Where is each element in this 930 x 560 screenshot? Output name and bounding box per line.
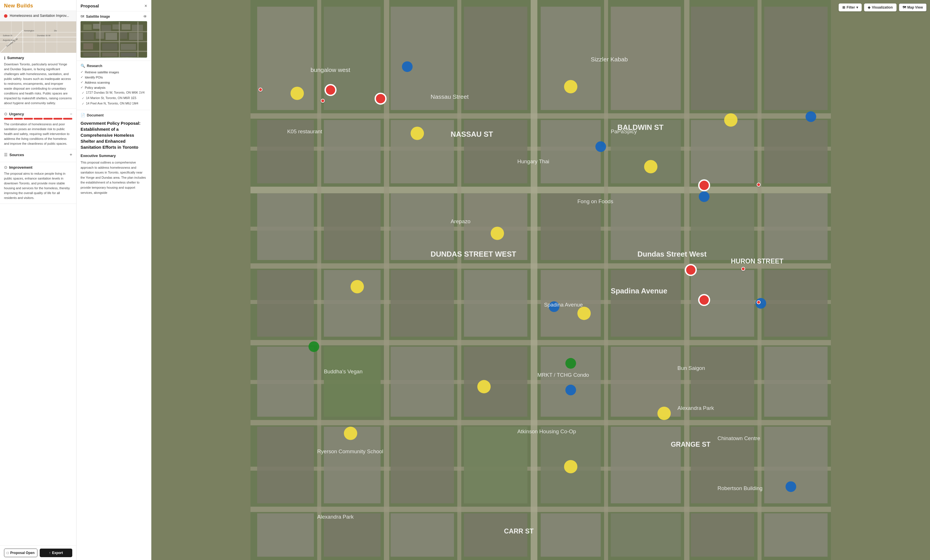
summary-text: Downtown Toronto, particularly around Yo… bbox=[4, 62, 72, 106]
svg-text:Hungary Thai: Hungary Thai bbox=[517, 158, 549, 164]
svg-text:Alexandra Park: Alexandra Park bbox=[317, 514, 354, 520]
svg-rect-42 bbox=[251, 113, 831, 119]
svg-rect-85 bbox=[324, 270, 381, 337]
svg-rect-26 bbox=[105, 33, 117, 40]
svg-rect-37 bbox=[121, 44, 136, 50]
filter-button[interactable]: ⊞ Filter ▾ bbox=[839, 3, 862, 11]
svg-rect-34 bbox=[137, 22, 139, 57]
svg-rect-74 bbox=[691, 120, 754, 183]
improvement-title: Improvement bbox=[9, 165, 32, 170]
proposal-open-button[interactable]: □ Proposal Open bbox=[4, 549, 37, 557]
svg-text:DUNDAS STREET WEST: DUNDAS STREET WEST bbox=[431, 250, 516, 258]
svg-rect-58 bbox=[684, 0, 690, 560]
svg-text:MRKT / TCHG Condo: MRKT / TCHG Condo bbox=[537, 372, 589, 378]
map-view-button[interactable]: 🗺 Map View bbox=[899, 3, 927, 11]
improvement-text: The proposal aims to reduce people livin… bbox=[4, 171, 72, 200]
address-text-2: 14 Marion St, Toronto, ON M6R 1E5 bbox=[86, 96, 137, 100]
research-item-4: ✓ Policy analysis bbox=[80, 86, 147, 89]
svg-text:Dundas St W: Dundas St W bbox=[37, 34, 51, 37]
svg-point-133 bbox=[805, 111, 816, 122]
visualization-button[interactable]: ◈ Visualization bbox=[864, 3, 896, 11]
address-check-1: ✓ bbox=[82, 91, 84, 95]
satellite-image-inner bbox=[80, 21, 147, 58]
satellite-eye-icon[interactable]: 👁 bbox=[143, 14, 147, 19]
svg-point-142 bbox=[699, 180, 710, 191]
proposal-open-label: Proposal Open bbox=[10, 551, 35, 555]
address-item-2: ✓ 14 Marion St, Toronto, ON M6R 1E5 bbox=[80, 96, 147, 100]
svg-point-141 bbox=[375, 94, 386, 104]
app-title: New Builds bbox=[4, 3, 33, 9]
proposal-panel: Proposal × 🗺 Satellite Image 👁 bbox=[77, 0, 151, 560]
svg-rect-22 bbox=[122, 24, 131, 30]
proposal-close-button[interactable]: × bbox=[145, 4, 147, 8]
svg-rect-31 bbox=[80, 51, 147, 52]
svg-rect-59 bbox=[758, 0, 762, 560]
svg-rect-107 bbox=[764, 427, 827, 503]
svg-rect-55 bbox=[457, 0, 461, 560]
svg-text:Robertson Building: Robertson Building bbox=[718, 485, 763, 491]
svg-rect-28 bbox=[129, 33, 143, 40]
project-item[interactable]: Homelessness and Sanitation Improv... bbox=[0, 11, 76, 21]
svg-rect-77 bbox=[324, 193, 381, 260]
svg-rect-56 bbox=[531, 0, 537, 560]
export-icon: ↑ bbox=[49, 551, 51, 555]
svg-rect-84 bbox=[257, 270, 314, 337]
map-panel: ⊞ Filter ▾ ◈ Visualization 🗺 Map View bbox=[151, 0, 930, 560]
svg-rect-33 bbox=[119, 22, 120, 57]
summary-icon: ℹ bbox=[4, 56, 5, 60]
urgency-collapse-icon[interactable]: − bbox=[70, 112, 72, 116]
svg-text:Fong on Foods: Fong on Foods bbox=[577, 198, 613, 204]
proposal-open-icon: □ bbox=[6, 551, 9, 555]
svg-rect-86 bbox=[390, 270, 454, 337]
satellite-image-section: 🗺 Satellite Image 👁 bbox=[77, 11, 151, 61]
urgency-bar-1 bbox=[4, 118, 13, 120]
svg-point-138 bbox=[308, 341, 319, 352]
bottom-buttons: □ Proposal Open ↑ Export bbox=[0, 545, 76, 560]
svg-text:GRANGE ST: GRANGE ST bbox=[671, 441, 711, 448]
sources-add-button[interactable]: + bbox=[70, 152, 72, 157]
svg-point-140 bbox=[325, 85, 336, 95]
research-item-1: ✓ Retrieve satellite images bbox=[80, 70, 147, 74]
svg-rect-92 bbox=[257, 347, 314, 417]
research-icon: 🔍 bbox=[80, 64, 85, 68]
export-button[interactable]: ↑ Export bbox=[40, 549, 72, 557]
urgency-bars bbox=[4, 118, 72, 120]
check-icon-1: ✓ bbox=[80, 70, 83, 74]
svg-text:Div: Div bbox=[54, 30, 57, 32]
svg-text:PaPaSpicy: PaPaSpicy bbox=[611, 129, 637, 134]
address-text-3: 14 Peel Ave N, Toronto, ON M6J 1M4 bbox=[86, 101, 138, 105]
svg-rect-36 bbox=[102, 43, 117, 50]
svg-rect-60 bbox=[257, 6, 314, 110]
satellite-image bbox=[80, 21, 147, 58]
urgency-bar-6 bbox=[54, 118, 63, 120]
executive-summary-text: This proposal outlines a comprehensive a… bbox=[80, 160, 147, 195]
svg-text:Spadina Avenue: Spadina Avenue bbox=[544, 302, 583, 308]
svg-rect-18 bbox=[83, 25, 92, 30]
map-view-icon: 🗺 bbox=[902, 5, 906, 9]
svg-rect-57 bbox=[604, 0, 608, 560]
svg-point-132 bbox=[699, 191, 710, 202]
svg-rect-69 bbox=[324, 120, 381, 183]
svg-rect-100 bbox=[257, 427, 314, 503]
filter-label: Filter bbox=[847, 5, 855, 9]
research-section: 🔍 Research ✓ Retrieve satellite images ✓… bbox=[77, 61, 151, 110]
svg-rect-75 bbox=[764, 120, 827, 183]
executive-summary-title: Executive Summary bbox=[80, 153, 147, 158]
svg-rect-35 bbox=[83, 43, 93, 49]
svg-rect-40 bbox=[121, 53, 136, 57]
svg-text:Nassau Street: Nassau Street bbox=[431, 94, 469, 100]
svg-rect-20 bbox=[102, 25, 111, 31]
urgency-icon: ⊙ bbox=[4, 112, 8, 116]
svg-point-144 bbox=[699, 295, 710, 305]
svg-text:HURON STREET: HURON STREET bbox=[731, 258, 784, 265]
address-check-3: ✓ bbox=[82, 102, 84, 106]
svg-point-125 bbox=[577, 307, 591, 320]
svg-rect-95 bbox=[464, 347, 527, 417]
map-marker-5 bbox=[757, 300, 761, 304]
svg-point-139 bbox=[565, 358, 576, 368]
svg-rect-116 bbox=[324, 347, 381, 417]
sources-section: ☰ Sources + bbox=[0, 149, 76, 162]
svg-point-136 bbox=[565, 385, 576, 395]
svg-rect-76 bbox=[257, 193, 314, 260]
svg-point-123 bbox=[724, 113, 738, 127]
